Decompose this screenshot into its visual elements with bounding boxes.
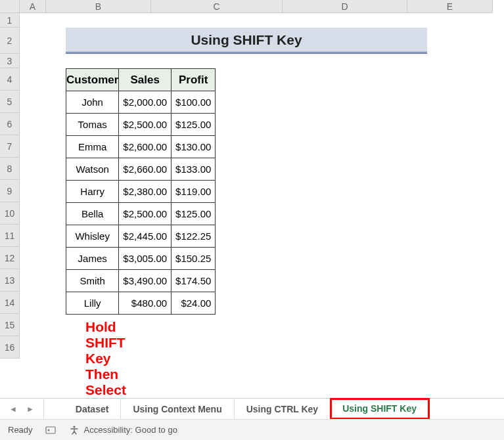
sheet-tabs: Dataset Using Context Menu Using CTRL Ke… <box>64 399 429 419</box>
cell-customer[interactable]: James <box>66 248 119 270</box>
tab-context-menu[interactable]: Using Context Menu <box>121 399 234 419</box>
cell-customer[interactable]: John <box>66 91 119 114</box>
select-all-corner[interactable] <box>0 0 20 13</box>
cell-customer[interactable]: Watson <box>66 158 119 181</box>
cell-customer[interactable]: Bella <box>66 203 119 225</box>
cell-sales[interactable]: $2,445.00 <box>119 225 172 248</box>
header-profit[interactable]: Profit <box>172 69 216 91</box>
row-header-5[interactable]: 5 <box>0 91 19 113</box>
cell-profit[interactable]: $125.00 <box>172 114 216 136</box>
table-header-row: Customer Sales Profit <box>66 69 216 91</box>
row-header-16[interactable]: 16 <box>0 336 19 359</box>
cell-sales[interactable]: $2,380.00 <box>119 181 172 203</box>
table-row: James$3,005.00$150.25 <box>66 248 216 270</box>
row-header-1[interactable]: 1 <box>0 13 19 28</box>
row-header-8[interactable]: 8 <box>0 158 19 180</box>
cell-customer[interactable]: Emma <box>66 136 119 158</box>
row-header-12[interactable]: 12 <box>0 247 19 269</box>
col-header-e[interactable]: E <box>407 0 493 12</box>
table-row: Bella$2,500.00$125.00 <box>66 203 216 225</box>
tab-dataset[interactable]: Dataset <box>64 399 122 419</box>
table-row: Emma$2,600.00$130.00 <box>66 136 216 158</box>
cell-sales[interactable]: $3,490.00 <box>119 270 172 292</box>
col-header-c[interactable]: C <box>151 0 283 12</box>
col-header-d[interactable]: D <box>283 0 407 12</box>
col-header-a[interactable]: A <box>20 0 46 12</box>
col-header-b[interactable]: B <box>46 0 151 12</box>
tab-nav-group: ◄ ► <box>0 399 44 419</box>
cell-profit[interactable]: $174.50 <box>172 270 216 292</box>
table-row: Smith$3,490.00$174.50 <box>66 270 216 292</box>
status-ready: Ready <box>8 425 33 435</box>
row-header-4[interactable]: 4 <box>0 68 19 91</box>
tab-next-icon[interactable]: ► <box>26 405 34 414</box>
table-row: Harry$2,380.00$119.00 <box>66 181 216 203</box>
cell-profit[interactable]: $150.25 <box>172 248 216 270</box>
row-headers: 1 2 3 4 5 6 7 8 9 10 11 12 13 14 15 16 <box>0 13 20 359</box>
cell-sales[interactable]: $480.00 <box>119 292 172 315</box>
cell-sales[interactable]: $2,600.00 <box>119 136 172 158</box>
row-header-6[interactable]: 6 <box>0 113 19 135</box>
row-header-2[interactable]: 2 <box>0 28 19 54</box>
cell-customer[interactable]: Lilly <box>66 292 119 315</box>
table-row: Tomas$2,500.00$125.00 <box>66 114 216 136</box>
svg-point-1 <box>47 429 49 431</box>
sheet-tab-bar: ◄ ► Dataset Using Context Menu Using CTR… <box>0 398 504 419</box>
cell-sales[interactable]: $2,500.00 <box>119 114 172 136</box>
row-header-15[interactable]: 15 <box>0 314 19 336</box>
table-row: Whisley$2,445.00$122.25 <box>66 225 216 248</box>
cell-profit[interactable]: $100.00 <box>172 91 216 114</box>
header-sales[interactable]: Sales <box>119 69 172 91</box>
cell-sales[interactable]: $2,000.00 <box>119 91 172 114</box>
cell-customer[interactable]: Tomas <box>66 114 119 136</box>
row-header-9[interactable]: 9 <box>0 180 19 202</box>
accessibility-text: Accessibility: Good to go <box>84 425 177 435</box>
status-bar: Ready Accessibility: Good to go <box>0 419 504 440</box>
tab-ctrl-key[interactable]: Using CTRL Key <box>235 399 331 419</box>
tab-shift-key[interactable]: Using SHIFT Key <box>331 399 429 419</box>
row-header-14[interactable]: 14 <box>0 292 19 314</box>
table-row: Watson$2,660.00$133.00 <box>66 158 216 181</box>
row-header-11[interactable]: 11 <box>0 225 19 247</box>
tab-prev-icon[interactable]: ◄ <box>9 405 17 414</box>
column-headers: A B C D E <box>20 0 493 13</box>
cell-profit[interactable]: $122.25 <box>172 225 216 248</box>
row-header-10[interactable]: 10 <box>0 202 19 225</box>
cell-customer[interactable]: Whisley <box>66 225 119 248</box>
cell-sales[interactable]: $3,005.00 <box>119 248 172 270</box>
row-header-3[interactable]: 3 <box>0 54 19 68</box>
macro-record-icon[interactable] <box>45 424 57 436</box>
row-header-7[interactable]: 7 <box>0 135 19 158</box>
cell-profit[interactable]: $24.00 <box>172 292 216 315</box>
header-customer[interactable]: Customer <box>66 69 119 91</box>
cell-customer[interactable]: Harry <box>66 181 119 203</box>
table-row: John$2,000.00$100.00 <box>66 91 216 114</box>
cell-sales[interactable]: $2,500.00 <box>119 203 172 225</box>
data-table: Customer Sales Profit John$2,000.00$100.… <box>66 68 216 315</box>
svg-point-2 <box>73 426 75 428</box>
svg-rect-0 <box>46 427 55 433</box>
accessibility-icon <box>68 424 80 436</box>
cell-profit[interactable]: $133.00 <box>172 158 216 181</box>
cell-sales[interactable]: $2,660.00 <box>119 158 172 181</box>
cell-profit[interactable]: $130.00 <box>172 136 216 158</box>
cell-profit[interactable]: $119.00 <box>172 181 216 203</box>
cell-customer[interactable]: Smith <box>66 270 119 292</box>
cell-profit[interactable]: $125.00 <box>172 203 216 225</box>
table-row: Lilly$480.00$24.00 <box>66 292 216 315</box>
accessibility-group[interactable]: Accessibility: Good to go <box>68 424 177 436</box>
sheet-title[interactable]: Using SHIFT Key <box>66 28 427 54</box>
row-header-13[interactable]: 13 <box>0 269 19 292</box>
